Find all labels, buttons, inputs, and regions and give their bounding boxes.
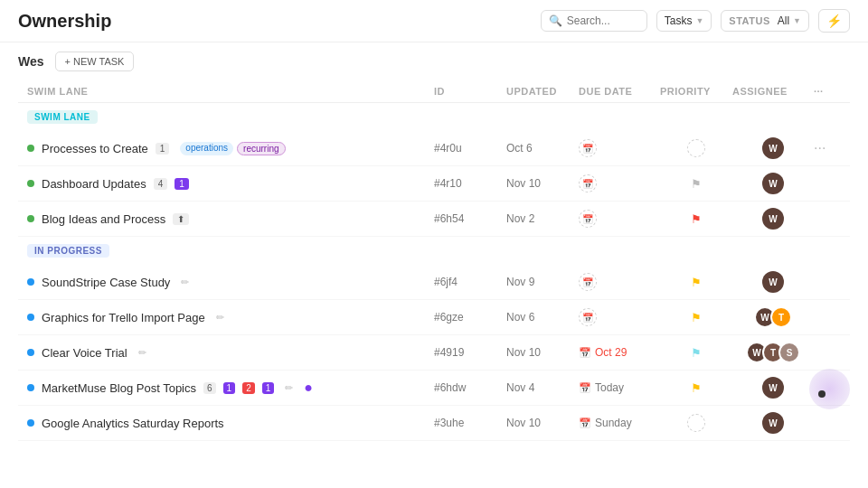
filter-button[interactable]: ⚡ [818, 9, 850, 33]
swim-lane-header: SWIM LANE [18, 103, 850, 131]
task-name-cell: Clear Voice Trial ✏ [27, 346, 434, 360]
status-dot [27, 349, 34, 356]
priority-cell: ⚑ [660, 276, 732, 289]
avatar: W [762, 137, 784, 159]
priority-cell: ⚑ [660, 177, 732, 191]
task-name: MarketMuse Blog Post Topics [42, 381, 196, 395]
edit-icon: ✏ [138, 347, 146, 359]
updated-date: Nov 10 [506, 417, 579, 429]
avatar: W [762, 271, 784, 293]
avatar: T [770, 306, 792, 328]
priority-cell: ⚑ [660, 212, 732, 226]
avatar: W [762, 377, 784, 399]
due-date-cell: 📅 Today [579, 381, 660, 394]
updated-date: Nov 10 [506, 177, 579, 190]
due-date-cell: 📅 [579, 139, 660, 157]
search-box[interactable]: 🔍 [541, 10, 647, 32]
updated-date: Oct 6 [506, 142, 579, 155]
col-updated: UPDATED [506, 86, 579, 97]
due-date-cell: 📅 [579, 210, 660, 228]
assignee-cell: W [732, 137, 814, 159]
task-name: Processes to Create [42, 142, 148, 155]
yellow-flag-icon: ⚑ [691, 276, 702, 289]
task-name: Clear Voice Trial [42, 346, 127, 360]
table-container: SWIM LANE ID UPDATED DUE DATE PRIORITY A… [0, 80, 868, 441]
yellow-flag-icon: ⚑ [691, 311, 702, 324]
table-row[interactable]: SoundStripe Case Study ✏ #6jf4 Nov 9 📅 ⚑… [18, 265, 850, 300]
col-swimlane: SWIM LANE [27, 86, 434, 97]
assignee-cell: W T [732, 306, 814, 328]
avatar: S [778, 342, 800, 363]
flag-icon: ⚑ [691, 177, 702, 191]
status-dropdown[interactable]: STATUS All ▼ [721, 10, 809, 32]
table-row[interactable]: Blog Ideas and Process ⬆ #6h54 Nov 2 📅 ⚑… [18, 202, 850, 237]
priority-cell [660, 139, 732, 157]
priority-dashed-icon [687, 414, 705, 432]
due-date-cell: 📅 [579, 273, 660, 291]
table-row[interactable]: Processes to Create 1 operations recurri… [18, 131, 850, 166]
page-title: Ownership [18, 11, 111, 32]
updated-date: Nov 10 [506, 346, 579, 359]
due-date-cell: 📅 [579, 308, 660, 326]
table-header: SWIM LANE ID UPDATED DUE DATE PRIORITY A… [18, 80, 850, 103]
count-badge: 1 [156, 143, 170, 155]
notif-badge-1: 1 [223, 382, 236, 394]
task-name-cell: Blog Ideas and Process ⬆ [27, 212, 434, 226]
col-duedate: DUE DATE [579, 86, 660, 97]
table-row[interactable]: MarketMuse Blog Post Topics 6 1 2 1 ✏ ● … [18, 371, 850, 406]
more-options[interactable]: ··· [814, 140, 841, 156]
status-dot [27, 215, 34, 222]
avatar-group: W T [754, 306, 792, 328]
status-dot [27, 145, 34, 152]
table-row[interactable]: Dashboard Updates 4 1 #4r10 Nov 10 📅 ⚑ W [18, 166, 850, 202]
status-dot [27, 384, 34, 391]
priority-icon [687, 139, 705, 157]
assignee-cell: W [732, 412, 814, 434]
task-name: Graphics for Trello Import Page [42, 311, 205, 324]
notification-badge: 1 [175, 178, 189, 190]
tasks-dropdown[interactable]: Tasks ▼ [656, 10, 712, 32]
table-row[interactable]: Graphics for Trello Import Page ✏ #6gze … [18, 300, 850, 335]
task-name: SoundStripe Case Study [42, 276, 170, 289]
task-badges: operations recurring [180, 142, 285, 155]
yellow-flag-icon: ⚑ [691, 381, 702, 395]
search-input[interactable] [567, 14, 639, 27]
task-name-cell: Google Analytics Saturday Reports [27, 417, 434, 430]
status-dot [27, 419, 34, 427]
calendar-icon: 📅 [579, 139, 597, 157]
calendar-icon: 📅 [579, 347, 591, 359]
status-dot [27, 180, 34, 187]
avatar-group: W T S [746, 342, 800, 363]
count-badge: 4 [154, 178, 168, 190]
table-row[interactable]: Google Analytics Saturday Reports #3uhe … [18, 406, 850, 441]
calendar-icon: 📅 [579, 418, 591, 429]
decorative-blob [809, 369, 850, 409]
task-name-cell: Graphics for Trello Import Page ✏ [27, 311, 434, 324]
calendar-icon: 📅 [579, 273, 597, 291]
new-task-button[interactable]: + NEW TASK [55, 52, 135, 71]
status-value: All [778, 14, 789, 27]
assignee-cell: W T S [732, 342, 814, 363]
updated-date: Nov 6 [506, 311, 579, 324]
task-id: #4r0u [434, 142, 506, 155]
due-date-cell: 📅 Sunday [579, 417, 660, 429]
calendar-icon: 📅 [579, 210, 597, 228]
task-name: Blog Ideas and Process [42, 212, 165, 226]
due-date-text: Oct 29 [595, 346, 627, 359]
col-id: ID [434, 86, 506, 97]
task-name: Dashboard Updates [42, 177, 146, 191]
avatar: W [762, 412, 784, 434]
task-name-cell: Processes to Create 1 operations recurri… [27, 142, 434, 155]
priority-cell [660, 414, 732, 432]
avatar: W [762, 173, 784, 194]
user-section: Wes + NEW TASK [0, 42, 868, 80]
red-flag-icon: ⚑ [691, 212, 702, 226]
status-dot [27, 314, 34, 321]
header: Ownership 🔍 Tasks ▼ STATUS All ▼ ⚡ [0, 0, 868, 42]
task-id: #6hdw [434, 381, 506, 394]
table-row[interactable]: Clear Voice Trial ✏ #4919 Nov 10 📅 Oct 2… [18, 335, 850, 371]
swim-lane-badge: SWIM LANE [27, 110, 98, 124]
user-name: Wes [18, 54, 44, 69]
task-id: #6jf4 [434, 276, 506, 288]
icon-badge: ⬆ [173, 213, 189, 225]
